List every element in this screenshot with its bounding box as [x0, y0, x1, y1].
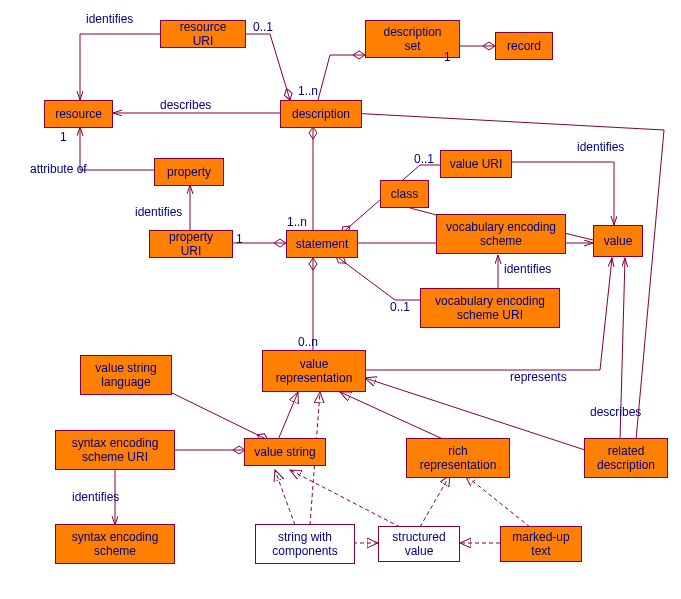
- node-statement: statement: [286, 230, 358, 258]
- node-label: value string: [254, 445, 315, 459]
- edge-mult-0-1: 0..1: [253, 20, 273, 34]
- node-rich-representation: rich representation: [406, 438, 510, 478]
- node-label: statement: [296, 237, 349, 251]
- edge-label-identifies-value: identifies: [577, 140, 624, 154]
- node-label: syntax encoding scheme: [64, 530, 166, 558]
- node-value-string-language: value string language: [80, 355, 172, 395]
- edge-mult-0n: 0..n: [298, 335, 318, 349]
- node-label: vocabulary encoding scheme: [445, 220, 557, 248]
- node-label: related description: [593, 444, 659, 472]
- node-label: value URI: [450, 157, 503, 171]
- node-label: value representation: [271, 357, 357, 385]
- node-vocab-enc-scheme: vocabulary encoding scheme: [436, 214, 566, 254]
- edge-label-identifies-ves: identifies: [504, 262, 551, 276]
- edge-mult-1: 1: [444, 50, 451, 64]
- node-class: class: [380, 180, 429, 208]
- node-related-description: related description: [584, 438, 668, 478]
- node-label: property URI: [158, 230, 224, 258]
- node-structured-value: structured value: [378, 526, 460, 562]
- node-record: record: [495, 32, 553, 60]
- edge-mult-1n: 1..n: [298, 84, 318, 98]
- edge-mult-1-res: 1: [60, 130, 67, 144]
- node-resource-uri: resource URI: [160, 20, 246, 48]
- node-label: value string language: [89, 361, 163, 389]
- edge-label-attribute-of: attribute of: [30, 162, 87, 176]
- node-description: description: [280, 100, 362, 128]
- node-property: property: [154, 158, 224, 186]
- node-syntax-enc-scheme-uri: syntax encoding scheme URI: [55, 430, 175, 470]
- edge-mult-01-ves: 0..1: [390, 300, 410, 314]
- node-label: rich representation: [415, 444, 501, 472]
- edge-label-identifies: identifies: [86, 12, 133, 26]
- node-label: value: [604, 234, 633, 248]
- node-marked-up-text: marked-up text: [500, 526, 582, 562]
- edge-mult-01-valueuri: 0..1: [414, 152, 434, 166]
- connector-layer: value_string --> value_string --> rich_r…: [0, 0, 681, 599]
- node-label: resource URI: [169, 20, 237, 48]
- node-label: structured value: [387, 530, 451, 558]
- node-string-with-components: string with components: [255, 524, 355, 564]
- node-syntax-enc-scheme: syntax encoding scheme: [55, 524, 175, 564]
- edge-label-represents: represents: [510, 370, 567, 384]
- node-label: description: [292, 107, 350, 121]
- node-label: property: [167, 165, 211, 179]
- node-label: description set: [374, 25, 451, 53]
- edge-label-identifies-prop: identifies: [135, 205, 182, 219]
- edge-label-describes-rel: describes: [590, 405, 641, 419]
- node-label: record: [507, 39, 541, 53]
- node-label: string with components: [264, 530, 346, 558]
- node-resource: resource: [44, 100, 113, 128]
- node-label: vocabulary encoding scheme URI: [429, 294, 551, 322]
- node-label: resource: [55, 107, 102, 121]
- edge-mult-1-prop: 1: [236, 232, 243, 246]
- node-label: class: [391, 187, 418, 201]
- node-value: value: [593, 225, 643, 257]
- node-label: marked-up text: [509, 530, 573, 558]
- edge-label-describes: describes: [160, 98, 211, 112]
- node-value-string: value string: [244, 438, 326, 466]
- node-value-representation: value representation: [262, 350, 366, 392]
- node-property-uri: property URI: [149, 230, 233, 258]
- edge-label-identifies-ses: identifies: [72, 490, 119, 504]
- diagram-canvas: value_string --> value_string --> rich_r…: [0, 0, 681, 599]
- node-value-uri: value URI: [440, 150, 512, 178]
- node-vocab-enc-scheme-uri: vocabulary encoding scheme URI: [420, 288, 560, 328]
- node-label: syntax encoding scheme URI: [64, 436, 166, 464]
- edge-mult-1n-stmt: 1..n: [287, 215, 307, 229]
